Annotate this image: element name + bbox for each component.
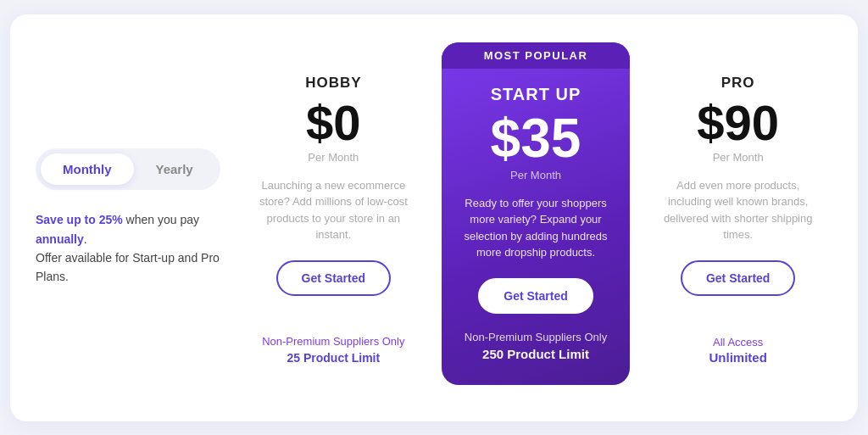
pricing-container: Monthly Yearly Save up to 25% when you p… xyxy=(10,14,858,421)
left-panel: Monthly Yearly Save up to 25% when you p… xyxy=(36,148,222,287)
savings-text: Save up to 25% when you pay annually. Of… xyxy=(36,210,222,287)
plans-area: HOBBY $0 Per Month Launching a new ecomm… xyxy=(239,51,832,385)
popular-badge: MOST POPULAR xyxy=(442,42,631,69)
startup-per-month: Per Month xyxy=(510,169,561,181)
startup-plan-name: START UP xyxy=(491,85,581,104)
yearly-toggle-btn[interactable]: Yearly xyxy=(134,153,215,185)
pro-plan-price: $90 xyxy=(697,98,779,148)
pro-per-month: Per Month xyxy=(713,151,764,164)
pro-unlimited-label: Unlimited xyxy=(709,350,767,365)
plan-card-pro: PRO $90 Per Month Add even more products… xyxy=(643,51,832,385)
billing-toggle: Monthly Yearly xyxy=(36,148,220,190)
monthly-toggle-btn[interactable]: Monthly xyxy=(41,153,134,185)
hobby-supplier-label: Non-Premium Suppliers Only xyxy=(262,335,404,348)
hobby-product-limit: 25 Product Limit xyxy=(262,351,404,365)
savings-line2: Offer available for Start-up and Pro Pla… xyxy=(36,248,222,287)
savings-prefix: Save up to 25% xyxy=(36,213,123,226)
pro-description: Add even more products, including well k… xyxy=(660,177,815,243)
hobby-per-month: Per Month xyxy=(308,151,359,164)
hobby-plan-price: $0 xyxy=(306,98,361,148)
savings-annually: annually xyxy=(36,232,84,246)
pro-plan-name: PRO xyxy=(721,75,755,92)
hobby-description: Launching a new ecommerce store? Add mil… xyxy=(256,177,411,243)
plan-card-startup: MOST POPULAR START UP $35 Per Month Read… xyxy=(442,42,631,385)
hobby-footer: Non-Premium Suppliers Only 25 Product Li… xyxy=(262,335,404,365)
startup-cta-button[interactable]: Get Started xyxy=(478,278,593,314)
savings-middle: when you pay xyxy=(126,213,199,226)
startup-footer: Non-Premium Suppliers Only 250 Product L… xyxy=(465,331,607,361)
startup-supplier-label: Non-Premium Suppliers Only xyxy=(465,331,607,343)
pro-cta-button[interactable]: Get Started xyxy=(681,260,795,296)
startup-product-limit: 250 Product Limit xyxy=(465,347,607,361)
startup-description: Ready to offer your shoppers more variet… xyxy=(459,195,614,261)
plan-card-hobby: HOBBY $0 Per Month Launching a new ecomm… xyxy=(239,51,428,385)
pro-access-label: All Access xyxy=(709,336,767,349)
pro-footer: All Access Unlimited xyxy=(709,336,767,365)
hobby-cta-button[interactable]: Get Started xyxy=(276,260,391,296)
hobby-plan-name: HOBBY xyxy=(305,75,361,92)
savings-percent: 25% xyxy=(99,213,123,226)
startup-plan-price: $35 xyxy=(491,111,581,165)
